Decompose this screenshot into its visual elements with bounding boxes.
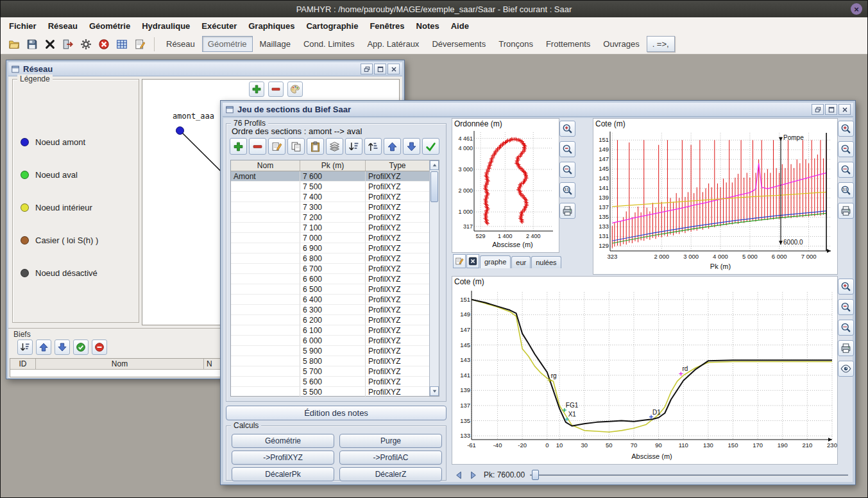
win-restore-button[interactable] <box>812 104 824 115</box>
pk-slider[interactable] <box>530 469 848 481</box>
paste-button[interactable] <box>307 138 324 155</box>
toolbar-frottements-button[interactable]: Frottements <box>540 36 596 52</box>
menu-cartographie[interactable]: Cartographie <box>300 19 364 33</box>
notes-button[interactable] <box>132 36 148 53</box>
profil-row-7400[interactable]: 7 400ProfilXYZ <box>231 192 429 202</box>
toolbar-reseau-button[interactable]: Réseau <box>160 36 201 52</box>
profil-row-6500[interactable]: 6 500ProfilXYZ <box>231 284 429 295</box>
calc-decalerpk-button[interactable]: DécalerPk <box>232 467 334 481</box>
calc-geometrie-button[interactable]: Géométrie <box>232 434 334 448</box>
zoom-select-button[interactable] <box>838 320 854 336</box>
win-close-button[interactable] <box>387 64 400 74</box>
remove-button[interactable] <box>268 82 284 97</box>
win-close-button[interactable] <box>838 104 851 115</box>
profil-row-5800[interactable]: 5 800ProfilXYZ <box>231 356 429 366</box>
tab-graphe[interactable]: graphe <box>480 255 511 268</box>
add-button[interactable] <box>249 82 264 97</box>
title-bar[interactable]: PAMHYR : /home/parouby/MAGE/exemple_saar… <box>1 1 867 17</box>
node-amont[interactable] <box>176 126 184 135</box>
zoom-reset-button[interactable] <box>559 182 575 198</box>
profil-row-6700[interactable]: 6 700ProfilXYZ <box>231 264 429 274</box>
stop-button[interactable] <box>96 36 112 53</box>
toolbar-deversements-button[interactable]: Déversements <box>426 36 491 52</box>
window-close-button[interactable]: × <box>851 3 862 15</box>
edit-button[interactable] <box>453 254 466 268</box>
minus-circle-button[interactable] <box>92 339 107 355</box>
remove-button[interactable] <box>249 138 266 155</box>
reseau-window-titlebar[interactable]: Réseau <box>8 62 402 76</box>
tab-eur[interactable]: eur <box>511 256 531 268</box>
print-button[interactable] <box>838 340 854 356</box>
toolbar-item-button[interactable]: . =>, <box>647 36 675 52</box>
apply-button[interactable] <box>422 138 439 155</box>
sort-desc-button[interactable] <box>345 138 362 155</box>
table-scrollbar[interactable] <box>429 160 439 396</box>
zoom-select-button[interactable] <box>559 162 575 178</box>
check-circle-button[interactable] <box>73 339 89 355</box>
open-folder-button[interactable] <box>6 36 22 53</box>
calc-profilac-button[interactable]: ->ProfilAC <box>339 451 442 465</box>
profil-row-7500[interactable]: 7 500ProfilXYZ <box>231 182 429 192</box>
toolbar-ouvrages-button[interactable]: Ouvrages <box>597 36 645 52</box>
profil-row-amont[interactable]: Amont7 600ProfilXYZ <box>231 171 429 182</box>
move-up-button[interactable] <box>36 339 51 355</box>
move-down-button[interactable] <box>403 138 420 155</box>
profil-row-6600[interactable]: 6 600ProfilXYZ <box>231 274 429 284</box>
col-type[interactable]: Type <box>366 160 430 171</box>
zoom-out-button[interactable] <box>838 141 854 157</box>
profil-row-6200[interactable]: 6 200ProfilXYZ <box>231 315 429 325</box>
menu-executer[interactable]: Exécuter <box>196 19 243 33</box>
toolbar-maillage-button[interactable]: Maillage <box>254 36 296 52</box>
export-button[interactable] <box>60 36 76 53</box>
win-max-button[interactable] <box>825 104 837 115</box>
biefs-col-id[interactable]: ID <box>10 359 36 369</box>
view-button[interactable] <box>838 361 854 377</box>
scrollbar-thumb[interactable] <box>430 171 438 202</box>
tab-nulees[interactable]: nulées <box>531 256 561 268</box>
scroll-up-button[interactable] <box>430 160 439 170</box>
zoom-in-button[interactable] <box>559 121 575 137</box>
zoom-in-button[interactable] <box>838 121 854 137</box>
edit-button[interactable] <box>268 138 285 155</box>
menu-aide[interactable]: Aide <box>445 19 475 33</box>
zoom-reset-button[interactable] <box>838 182 854 198</box>
edit-notes-button[interactable]: Édition des notes <box>226 406 447 420</box>
previous-profile-button[interactable] <box>452 468 466 482</box>
profil-row-6800[interactable]: 6 800ProfilXYZ <box>231 253 429 264</box>
menu-graphiques[interactable]: Graphiques <box>243 19 300 33</box>
zoom-in-button[interactable] <box>838 279 854 295</box>
profil-row-6400[interactable]: 6 400ProfilXYZ <box>231 295 429 305</box>
profil-row-5900[interactable]: 5 900ProfilXYZ <box>231 346 429 356</box>
sections-dialog-titlebar[interactable]: Jeu de sections du Bief Saar <box>223 103 853 117</box>
col-pk-m[interactable]: Pk (m) <box>300 160 366 171</box>
calc-profilxyz-button[interactable]: ->ProfilXYZ <box>232 451 334 465</box>
col-nom[interactable]: Nom <box>231 160 300 171</box>
menu-fenetres[interactable]: Fenêtres <box>364 19 410 33</box>
profil-row-5600[interactable]: 5 600ProfilXYZ <box>231 377 429 387</box>
add-button[interactable] <box>230 138 247 155</box>
copy-button[interactable] <box>287 138 305 155</box>
menu-hydraulique[interactable]: Hydraulique <box>136 19 196 33</box>
scroll-down-button[interactable] <box>430 386 439 396</box>
win-max-button[interactable] <box>374 64 386 74</box>
menu-geometrie[interactable]: Géométrie <box>83 19 136 33</box>
toolbar-app-lateraux-button[interactable]: App. Latéraux <box>361 36 425 52</box>
sort-desc-button[interactable] <box>17 339 33 355</box>
next-profile-button[interactable] <box>466 468 480 482</box>
move-up-button[interactable] <box>384 138 401 155</box>
toolbar-geometrie-button[interactable]: Géométrie <box>202 36 253 52</box>
profil-row-7000[interactable]: 7 000ProfilXYZ <box>231 233 429 243</box>
sort-asc-button[interactable] <box>364 138 382 155</box>
biefs-col-nom[interactable]: Nom <box>36 359 204 369</box>
profil-row-6100[interactable]: 6 100ProfilXYZ <box>231 325 429 336</box>
print-button[interactable] <box>559 203 575 219</box>
profil-row-5700[interactable]: 5 700ProfilXYZ <box>231 366 429 377</box>
profil-row-7200[interactable]: 7 200ProfilXYZ <box>231 212 429 223</box>
close-x-button[interactable] <box>42 36 58 53</box>
profil-row-7100[interactable]: 7 100ProfilXYZ <box>231 223 429 233</box>
profil-row-6300[interactable]: 6 300ProfilXYZ <box>231 305 429 315</box>
palette-button[interactable] <box>287 82 303 97</box>
profil-row-5500[interactable]: 5 500ProfilXYZ <box>231 387 429 397</box>
win-restore-button[interactable] <box>361 64 373 74</box>
close-dark-button[interactable] <box>466 254 479 268</box>
